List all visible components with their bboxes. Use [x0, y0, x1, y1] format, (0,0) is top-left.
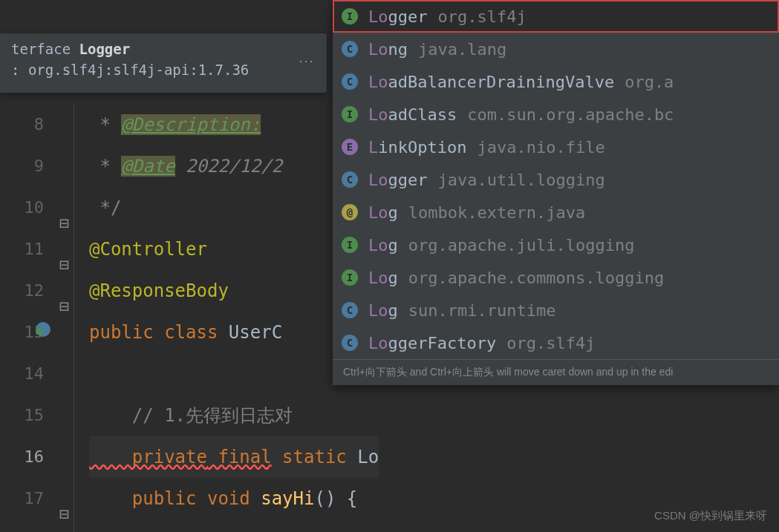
interface-icon: I [342, 269, 358, 286]
line-number[interactable]: 17⊟ [0, 478, 74, 519]
more-icon[interactable]: ⋮ [298, 54, 316, 70]
doc-title: terface Logger [11, 41, 316, 57]
interface-icon: I [342, 8, 358, 24]
line-number[interactable]: 13 [0, 312, 74, 353]
line-number[interactable]: 11⊟ [0, 229, 74, 270]
fold-icon[interactable]: ⊟ [59, 493, 69, 504]
autocomplete-popup[interactable]: I Logger org.slf4j C Long java.lang C Lo… [333, 0, 779, 385]
class-icon: C [342, 335, 358, 351]
interface-icon: I [342, 106, 358, 122]
svg-point-1 [36, 328, 43, 335]
autocomplete-item[interactable]: E LinkOption java.nio.file [333, 131, 779, 163]
doc-artifact: : org.slf4j:slf4j-api:1.7.36 [11, 62, 316, 78]
enum-icon: E [342, 139, 358, 155]
class-icon: C [342, 73, 358, 90]
watermark: CSDN @快到锅里来呀 [654, 509, 767, 523]
class-icon: C [342, 171, 358, 188]
autocomplete-item[interactable]: C Log sun.rmi.runtime [333, 294, 779, 326]
autocomplete-item[interactable]: I LoadClass com.sun.org.apache.bc [333, 98, 779, 131]
line-number[interactable]: 18 [0, 519, 74, 532]
code-line[interactable]: public void sayHi() { [89, 478, 379, 519]
autocomplete-item[interactable]: C Long java.lang [333, 33, 779, 65]
autocomplete-item[interactable]: I Log org.apache.commons.logging [333, 261, 779, 294]
line-number[interactable]: 16 [0, 436, 74, 478]
autocomplete-item[interactable]: @ Log lombok.extern.java [333, 196, 779, 229]
code-line[interactable]: // 1.先得到日志对 [89, 395, 379, 436]
autocomplete-item[interactable]: C LoadBalancerDrainingValve org.a [333, 65, 779, 98]
fold-icon[interactable]: ⊟ [59, 203, 69, 213]
autocomplete-item[interactable]: I Log org.apache.juli.logging [333, 229, 779, 261]
autocomplete-item[interactable]: C Logger java.util.logging [333, 163, 779, 196]
autocomplete-hint: Ctrl+向下箭头 and Ctrl+向上箭头 will move caret … [333, 359, 779, 385]
autocomplete-item[interactable]: I Logger org.slf4j [333, 0, 779, 33]
code-line[interactable]: private final static Lo [89, 436, 379, 478]
line-number[interactable]: 10⊟ [0, 187, 74, 229]
class-icon: C [342, 41, 358, 57]
class-icon: C [342, 302, 358, 318]
line-number[interactable]: 9 [0, 145, 74, 187]
line-number[interactable]: 8 [0, 104, 74, 145]
fold-icon[interactable]: ⊟ [59, 286, 69, 296]
line-number[interactable]: 14 [0, 353, 74, 395]
line-number[interactable]: 12⊟ [0, 270, 74, 312]
interface-icon: I [342, 237, 358, 253]
fold-icon[interactable]: ⊟ [59, 244, 69, 254]
code-line[interactable] [89, 519, 379, 532]
class-gutter-icon[interactable] [35, 312, 51, 353]
quick-doc-popup: terface Logger : org.slf4j:slf4j-api:1.7… [0, 33, 327, 93]
line-number[interactable]: 15 [0, 395, 74, 436]
autocomplete-item[interactable]: C LoggerFactory org.slf4j [333, 326, 779, 359]
gutter: 8 9 10⊟ 11⊟ 12⊟ 13 14 15 16 17⊟ 18 [0, 104, 74, 532]
annotation-icon: @ [342, 204, 358, 220]
